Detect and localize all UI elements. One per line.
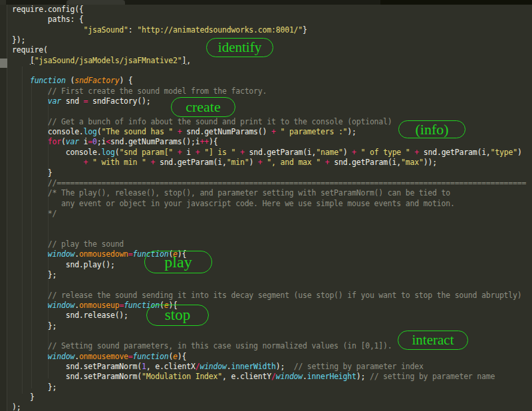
tab-strip-right-segment: [380, 0, 532, 5]
tab-strip-corner: [0, 0, 6, 5]
annotation-interact: interact: [398, 331, 468, 350]
annotation-play: play: [144, 251, 212, 273]
annotation-create: create: [171, 97, 235, 117]
fold-marker[interactable]: [0, 59, 7, 68]
annotation-stop: stop: [146, 305, 209, 326]
code-editor[interactable]: require.config({ paths: { "jsaSound": "h…: [12, 5, 532, 411]
editor-tab[interactable]: [66, 0, 125, 5]
annotation-info: (info): [398, 120, 466, 138]
tab-strip: [0, 0, 532, 5]
annotation-identify: identify: [206, 38, 273, 57]
